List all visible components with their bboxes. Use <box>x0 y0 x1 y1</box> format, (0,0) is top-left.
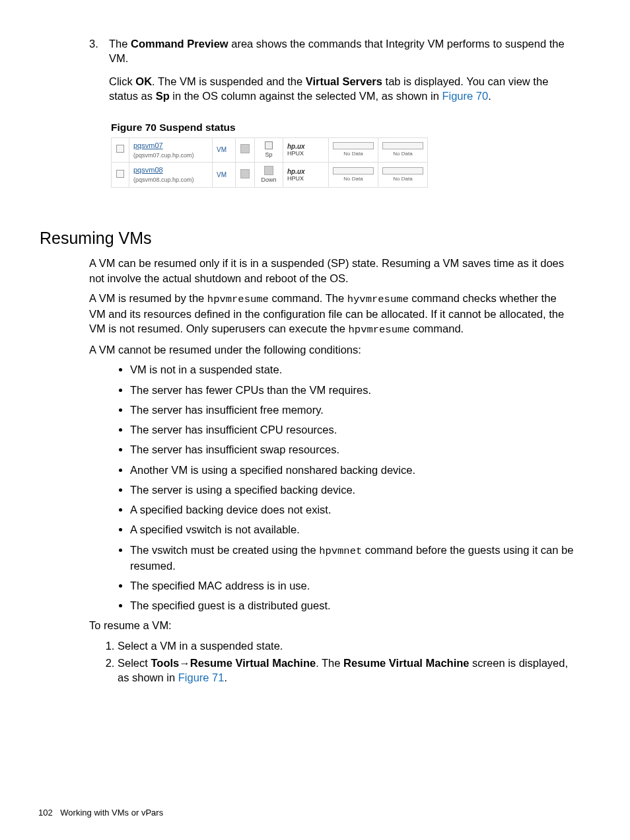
bar-cell-2: No Data <box>378 163 428 187</box>
text: The <box>109 38 131 50</box>
vm-host: (pqsvm07.cup.hp.com) <box>133 152 194 159</box>
os-sub: HPUX <box>287 175 304 182</box>
para-resume-intro: A VM can be resumed only if it is in a s… <box>89 256 574 286</box>
para-hpvmresume: A VM is resumed by the hpvmresume comman… <box>89 291 574 337</box>
text: . <box>488 90 491 102</box>
checkbox-cell[interactable] <box>112 163 129 187</box>
list-item: The server is using a specified backing … <box>130 482 574 497</box>
list-item: Select Tools→Resume Virtual Machine. The… <box>118 656 574 685</box>
list-item: Another VM is using a specified nonshare… <box>130 463 574 477</box>
edit-icon-cell[interactable] <box>236 163 255 187</box>
bar-cell-1: No Data <box>329 163 378 187</box>
state-icon <box>264 166 273 175</box>
code: hpvmresume <box>349 324 410 336</box>
state-icon <box>265 141 273 149</box>
figure-70-caption: Figure 70 Suspend status <box>111 121 574 135</box>
progress-bar <box>333 167 374 174</box>
list-item: A specified backing device does not exis… <box>130 502 574 517</box>
bold: Tools <box>151 657 179 669</box>
no-data-label: No Data <box>382 151 423 158</box>
step3-para1: The Command Preview area shows the comma… <box>109 36 574 66</box>
figure-link-71[interactable]: Figure 71 <box>178 671 225 683</box>
bar-cell-2: No Data <box>378 137 428 162</box>
bold: Resume Virtual Machine <box>190 657 316 669</box>
state-cell: Sp <box>255 137 283 162</box>
vm-link: pqsvm07 <box>133 141 163 149</box>
conditions-list: VM is not in a suspended state. The serv… <box>89 362 574 613</box>
progress-bar <box>333 142 374 149</box>
list-item: The server has fewer CPUs than the VM re… <box>130 383 574 397</box>
list-item: Select a VM in a suspended state. <box>118 638 574 653</box>
vm-host: (pqsvm08.cup.hp.com) <box>133 176 194 183</box>
text: . The <box>316 657 343 669</box>
state-label: Down <box>261 176 276 183</box>
text: . The VM is suspended and the <box>152 75 306 87</box>
os-logo: hp.ux <box>287 168 305 175</box>
vm-link: pqsvm08 <box>133 166 163 174</box>
para-to-resume: To resume a VM: <box>89 618 574 632</box>
step-number: 3. <box>89 36 109 111</box>
list-item: The specified guest is a distributed gue… <box>130 598 574 613</box>
figure-link-70[interactable]: Figure 70 <box>442 90 488 102</box>
os-logo: hp.ux <box>287 143 305 150</box>
bold: Command Preview <box>131 38 228 50</box>
name-cell[interactable]: pqsvm08(pqsvm08.cup.hp.com) <box>129 163 213 187</box>
checkbox-icon <box>116 170 124 178</box>
arrow: → <box>179 657 190 669</box>
bold: OK <box>135 75 152 87</box>
list-item: The server has insufficient CPU resource… <box>130 422 574 437</box>
name-cell[interactable]: pqsvm07(pqsvm07.cup.hp.com) <box>129 137 213 162</box>
list-item: The server has insufficient free memory. <box>130 402 574 417</box>
type-cell: VM <box>213 137 236 162</box>
para-conditions-intro: A VM cannot be resumed under the followi… <box>89 342 574 357</box>
pencil-icon <box>240 144 250 153</box>
table-row: pqsvm08(pqsvm08.cup.hp.com) VM Down hp.u… <box>112 163 428 187</box>
list-item: The vswitch must be created using the hp… <box>130 543 574 573</box>
page-number: 102 <box>38 808 53 818</box>
code: hpvmresume <box>207 293 269 305</box>
os-cell: hp.uxHPUX <box>283 163 329 187</box>
bold: Virtual Servers <box>306 75 382 87</box>
heading-resuming-vms: Resuming VMs <box>40 227 574 250</box>
type-cell: VM <box>213 163 236 187</box>
edit-icon-cell[interactable] <box>236 137 255 162</box>
progress-bar <box>382 142 423 149</box>
no-data-label: No Data <box>333 151 374 158</box>
list-item: The server has insufficient swap resourc… <box>130 442 574 457</box>
os-sub: HPUX <box>287 150 304 157</box>
bold: Resume Virtual Machine <box>343 657 469 669</box>
text: command. The <box>269 292 347 304</box>
code: hyvmresume <box>347 293 409 305</box>
figure-70-table: pqsvm07(pqsvm07.cup.hp.com) VM Sp hp.uxH… <box>111 137 428 188</box>
state-cell: Down <box>255 163 283 187</box>
list-item: The specified MAC address is in use. <box>130 578 574 593</box>
resume-steps: Select a VM in a suspended state. Select… <box>89 638 574 685</box>
table-row: pqsvm07(pqsvm07.cup.hp.com) VM Sp hp.uxH… <box>112 137 428 162</box>
checkbox-icon <box>116 145 124 153</box>
bold: Sp <box>156 90 170 102</box>
bar-cell-1: No Data <box>329 137 378 162</box>
text: Click <box>109 75 135 87</box>
os-cell: hp.uxHPUX <box>283 137 329 162</box>
text: in the OS column against the selected VM… <box>170 90 442 102</box>
pencil-icon <box>240 169 250 178</box>
no-data-label: No Data <box>333 176 374 183</box>
text: The vswitch must be created using the <box>130 544 319 556</box>
list-item: A specified vswitch is not available. <box>130 522 574 537</box>
code: hpvmnet <box>319 545 362 557</box>
checkbox-cell[interactable] <box>112 137 129 162</box>
list-item: VM is not in a suspended state. <box>130 362 574 377</box>
step3-para2: Click OK. The VM is suspended and the Vi… <box>109 74 574 104</box>
text: . <box>224 671 227 683</box>
step-body: The Command Preview area shows the comma… <box>109 36 574 111</box>
state-label: Sp <box>265 151 272 158</box>
text: A VM is resumed by the <box>89 292 207 304</box>
no-data-label: No Data <box>382 176 423 183</box>
progress-bar <box>382 167 423 174</box>
page-footer: 102 Working with VMs or vPars <box>38 807 163 819</box>
footer-title: Working with VMs or vPars <box>60 808 163 818</box>
text: Select <box>118 657 151 669</box>
step-3: 3. The Command Preview area shows the co… <box>89 36 574 111</box>
text: command. <box>410 323 464 334</box>
